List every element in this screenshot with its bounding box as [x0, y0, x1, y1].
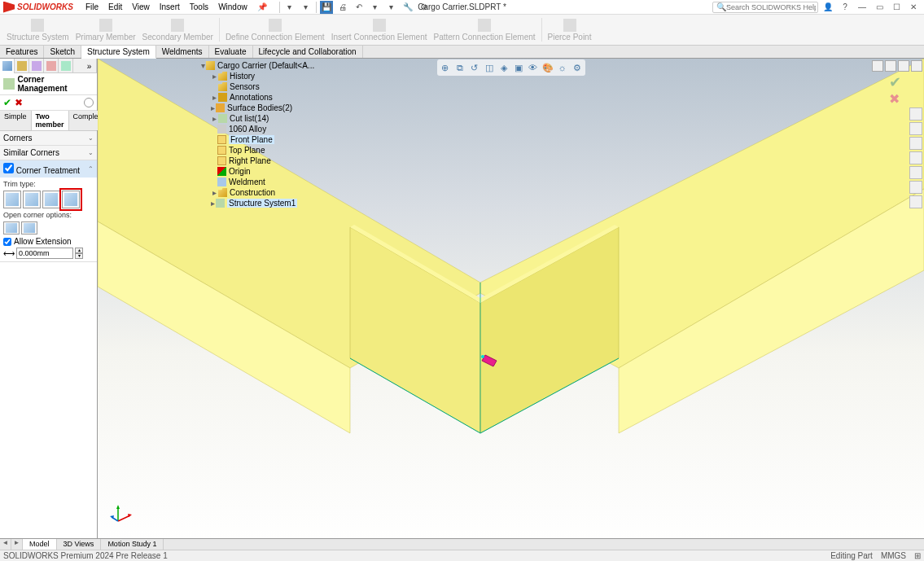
tree-structure-system[interactable]: ▸Structure System1 — [209, 198, 281, 208]
tree-annotations[interactable]: ▸Annotations — [209, 92, 281, 103]
rib-pattern-connection[interactable]: Pattern Connection Element — [430, 16, 538, 43]
tree-material[interactable]: 1060 Alloy — [209, 124, 281, 134]
rib-define-connection[interactable]: Define Connection Element — [222, 16, 328, 43]
btab-next[interactable]: ► — [11, 539, 23, 550]
corner-treatment-checkbox[interactable] — [3, 163, 14, 173]
menu-tools[interactable]: Tools — [186, 1, 212, 13]
login-icon[interactable]: 👤 — [821, 2, 835, 13]
display-style-icon[interactable]: ▣ — [512, 61, 525, 74]
open-button[interactable]: ▾ — [300, 1, 313, 14]
taskpane-resources-icon[interactable] — [909, 122, 922, 135]
view-orientation-icon[interactable]: ◈ — [497, 61, 510, 74]
btab-prev[interactable]: ◄ — [0, 539, 11, 550]
print-button[interactable]: 🖨 — [336, 1, 349, 14]
select-button[interactable]: ▾ — [385, 1, 398, 14]
tree-front-plane[interactable]: Front Plane — [209, 134, 281, 145]
zoom-area-icon[interactable]: ⧉ — [453, 61, 466, 74]
tree-weldment[interactable]: Weldment — [209, 177, 281, 187]
trim-type-4[interactable] — [62, 191, 80, 208]
tree-sensors[interactable]: Sensors — [209, 81, 281, 92]
menu-window[interactable]: Window — [214, 1, 252, 13]
btab-3d-views[interactable]: 3D Views — [57, 539, 102, 550]
trim-type-3[interactable] — [42, 191, 60, 208]
zoom-fit-icon[interactable]: ⊕ — [439, 61, 452, 74]
taskpane-view-palette-icon[interactable] — [909, 166, 922, 179]
allow-extension-checkbox[interactable] — [3, 238, 11, 246]
menu-edit[interactable]: Edit — [104, 1, 126, 13]
btab-model[interactable]: Model — [23, 539, 57, 550]
fm-tab-config[interactable] — [29, 59, 44, 73]
tab-lifecycle[interactable]: Lifecycle and Collaboration — [253, 46, 363, 58]
tab-sketch[interactable]: Sketch — [44, 46, 81, 58]
undo-button[interactable]: ↶ — [353, 1, 366, 14]
subtab-simple[interactable]: Simple — [0, 111, 32, 130]
tree-construction[interactable]: ▸Construction — [209, 187, 281, 198]
taskpane-custom-props-icon[interactable] — [909, 195, 922, 208]
save-button[interactable]: 💾 — [320, 1, 333, 14]
tab-weldments[interactable]: Weldments — [156, 46, 209, 58]
taskpane-file-explorer-icon[interactable] — [909, 151, 922, 164]
pm-pushpin-icon[interactable] — [84, 98, 94, 107]
btab-motion-study[interactable]: Motion Study 1 — [101, 539, 164, 550]
edit-appearance-icon[interactable]: 🎨 — [541, 61, 554, 74]
help-icon[interactable]: ? — [838, 2, 852, 13]
taskpane-design-library-icon[interactable] — [909, 137, 922, 150]
vp-close[interactable] — [911, 60, 922, 72]
taskpane-home-icon[interactable] — [909, 107, 922, 121]
vp-minimize[interactable] — [872, 60, 883, 72]
offset-input[interactable] — [16, 248, 73, 259]
fm-tab-expand[interactable]: » — [82, 59, 97, 73]
restore-button[interactable]: ▭ — [872, 2, 887, 13]
open-corner-2[interactable] — [21, 221, 37, 234]
rib-insert-connection[interactable]: Insert Connection Element — [328, 16, 431, 43]
view-triad[interactable] — [110, 501, 134, 525]
confirm-cancel-icon[interactable]: ✖ — [889, 91, 901, 107]
spinner-up[interactable]: ▴ — [75, 248, 83, 253]
tab-structure-system[interactable]: Structure System — [81, 46, 156, 59]
open-corner-1[interactable] — [3, 221, 20, 234]
section-view-icon[interactable]: ◫ — [483, 61, 496, 74]
fm-tab-dimxpert[interactable] — [44, 59, 59, 73]
tree-surface-bodies[interactable]: ▸Surface Bodies(2) — [209, 103, 281, 113]
menu-view[interactable]: View — [128, 1, 154, 13]
help-search[interactable]: 🔍 — [712, 2, 818, 13]
tab-evaluate[interactable]: Evaluate — [209, 46, 253, 58]
fm-tab-property-manager[interactable] — [15, 59, 29, 73]
prev-view-icon[interactable]: ↺ — [468, 61, 481, 74]
apply-scene-icon[interactable]: ☼ — [556, 61, 569, 74]
tree-right-plane[interactable]: Right Plane — [209, 156, 281, 166]
vp-maximize[interactable] — [898, 60, 909, 72]
status-units[interactable]: MMGS — [881, 551, 906, 560]
minimize-button[interactable]: — — [855, 2, 869, 13]
taskpane-appearances-icon[interactable] — [909, 181, 922, 194]
3d-viewport[interactable]: ▾Cargo Carrier (Default<A... ▸History Se… — [98, 59, 924, 550]
section-treatment-header[interactable]: Corner Treatment ⌃ — [0, 160, 97, 178]
confirm-ok-icon[interactable]: ✔ — [889, 73, 901, 91]
trim-type-2[interactable] — [23, 191, 41, 208]
menu-pin-icon[interactable]: 📌 — [253, 1, 271, 13]
hide-show-icon[interactable]: 👁 — [527, 61, 540, 74]
redo-button[interactable]: ▾ — [369, 1, 382, 14]
section-similar-header[interactable]: Similar Corners⌄ — [0, 146, 97, 160]
maximize-button[interactable]: ☐ — [889, 2, 904, 13]
tab-features[interactable]: Features — [0, 46, 44, 58]
rebuild-button[interactable]: 🔧 — [401, 1, 414, 14]
subtab-two-member[interactable]: Two member — [32, 111, 69, 130]
pm-cancel-button[interactable]: ✖ — [15, 97, 23, 108]
menu-insert[interactable]: Insert — [155, 1, 184, 13]
rib-secondary-member[interactable]: Secondary Member — [139, 16, 217, 43]
fm-tab-display[interactable] — [59, 59, 73, 73]
tree-history[interactable]: ▸History — [209, 71, 281, 81]
tree-top-plane[interactable]: Top Plane — [209, 145, 281, 156]
tree-root[interactable]: ▾Cargo Carrier (Default<A... — [199, 60, 281, 71]
menu-file[interactable]: File — [81, 1, 103, 13]
section-corners-header[interactable]: Corners⌄ — [0, 131, 97, 145]
status-custom-icon[interactable]: ⊞ — [914, 551, 921, 560]
tree-origin[interactable]: Origin — [209, 166, 281, 177]
rib-pierce-point[interactable]: Pierce Point — [545, 16, 595, 43]
trim-type-1[interactable] — [3, 191, 21, 208]
spinner-down[interactable]: ▾ — [75, 253, 83, 259]
vp-restore[interactable] — [885, 60, 896, 72]
fm-tab-feature-tree[interactable] — [0, 59, 15, 73]
search-input[interactable] — [726, 3, 816, 11]
